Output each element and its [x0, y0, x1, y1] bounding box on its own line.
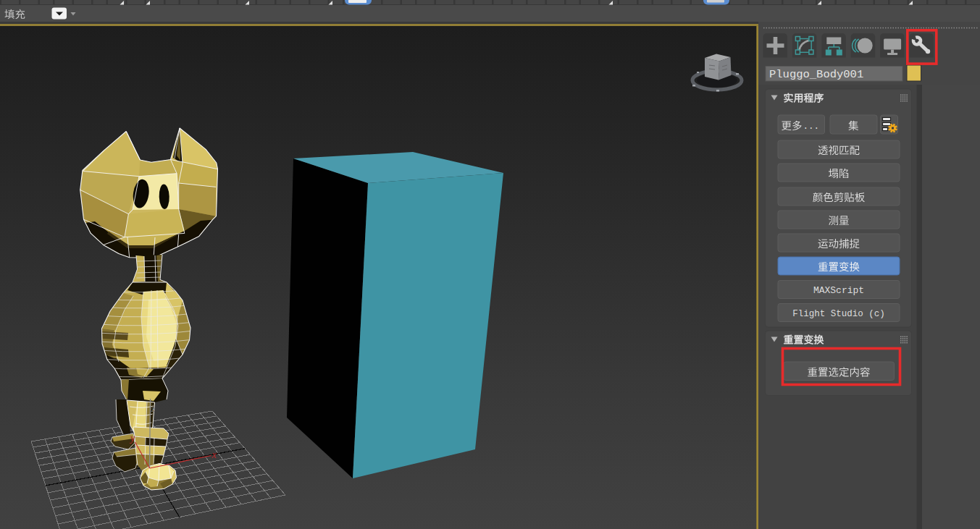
- svg-text:...: ...: [803, 122, 820, 132]
- svg-text:Flight Studio (c): Flight Studio (c): [792, 309, 885, 319]
- svg-text:x: x: [212, 449, 217, 460]
- svg-text:z: z: [151, 404, 155, 414]
- svg-text:y: y: [129, 433, 135, 444]
- svg-text:Pluggo_Body001: Pluggo_Body001: [769, 68, 863, 81]
- svg-text:MAXScript: MAXScript: [813, 285, 864, 296]
